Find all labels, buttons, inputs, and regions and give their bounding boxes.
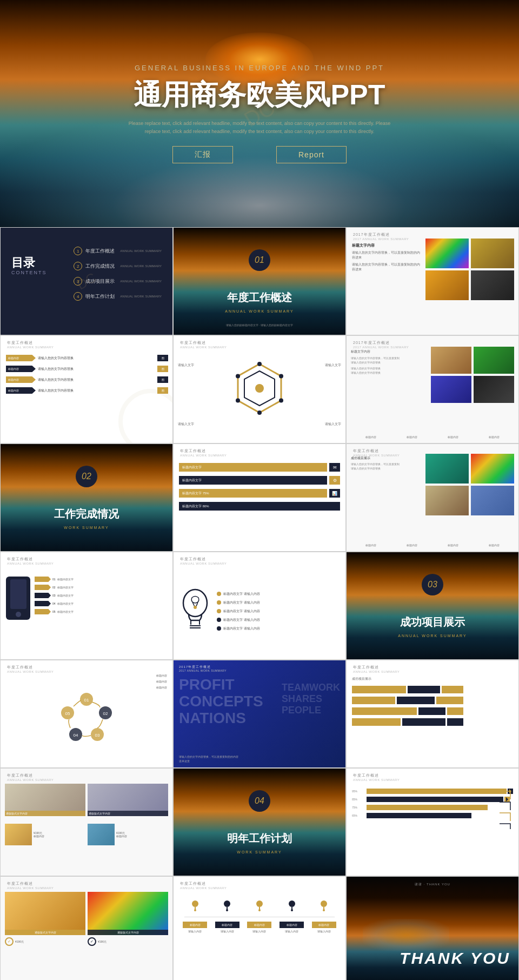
section-title-en-1: ANNUAL WORK SUMMARY xyxy=(225,309,294,313)
slide-label-18: 年度工作概述 xyxy=(353,773,379,778)
slide-label-20: 年度工作概述 xyxy=(180,881,206,886)
slide-plan-section: 04 明年工作计划 WORK SUMMARY xyxy=(173,768,346,876)
svg-point-14 xyxy=(194,606,197,609)
slide-bulb: 年度工作概述 ANNUAL WORK SUMMARY xyxy=(173,552,346,660)
slide-sublabel-8: ANNUAL WORK SUMMARY xyxy=(180,454,227,457)
svg-text:04: 04 xyxy=(74,733,78,738)
hero-slide: DC GENERAL BUSINESS IN EUROPE AND THE WI… xyxy=(0,0,519,227)
slide-label-16: 年度工作概述 xyxy=(7,773,33,778)
svg-point-25 xyxy=(194,909,196,911)
hexagon-svg xyxy=(232,361,287,415)
slide-label-3: 2017年度工作概述 xyxy=(353,232,390,237)
slide-product-photos: 年度工作概述 ANNUAL WORK SUMMARY 通版版式文字内容 通版版式… xyxy=(0,768,173,876)
slide-work-arrows: 年度工作概述 ANNUAL WORK SUMMARY 标题内容文字 ✉ 标题内容… xyxy=(173,443,346,552)
slide-label-10: 年度工作概述 xyxy=(7,557,33,562)
slides-grid: DC 目录 CONTENTS 1 年度工作概述 ANNUAL WORK SUMM… xyxy=(0,227,519,980)
slide-annual-section: 01 年度工作概述 ANNUAL WORK SUMMARY 请输入您的副标题内容… xyxy=(173,227,346,335)
slide-label-15: 年度工作概述 xyxy=(353,665,379,670)
slide-cycle: 年度工作概述 ANNUAL WORK SUMMARY 01 02 03 04 xyxy=(0,660,173,768)
slide-sublabel-10: ANNUAL WORK SUMMARY xyxy=(7,562,54,565)
contents-list: 1 年度工作概述 ANNUAL WORK SUMMARY 2 工作完成情况 AN… xyxy=(74,247,162,307)
slide-annual-overview: 年度工作概述 ANNUAL WORK SUMMARY 标题内容 请输入您的文字内… xyxy=(0,335,173,443)
cycle-svg: 01 02 03 04 05 xyxy=(54,688,119,748)
section-title-en-4: WORK SUMMARY xyxy=(237,850,282,854)
section-title-en-3: ANNUAL WORK SUMMARY xyxy=(398,634,467,638)
slide-work-photos: 年度工作概述 ANNUAL WORK SUMMARY 成功项目展示 请输入您的文… xyxy=(346,443,519,552)
slide-bar-charts: 年度工作概述 ANNUAL WORK SUMMARY 成功项目展示 xyxy=(346,660,519,768)
slide-label-6: 2017年度工作概述 xyxy=(353,340,390,346)
slide-label-9: 年度工作概述 xyxy=(353,448,379,454)
svg-point-27 xyxy=(258,909,261,911)
slide-progress: 年度工作概述 ANNUAL WORK SUMMARY 95% 85% xyxy=(346,768,519,876)
slide-work-section: 02 工作完成情况 WORK SUMMARY xyxy=(0,443,173,552)
contents-item-1: 1 年度工作概述 ANNUAL WORK SUMMARY xyxy=(74,247,162,255)
section-num-02: 02 xyxy=(76,466,97,487)
svg-text:05: 05 xyxy=(65,711,70,716)
svg-point-3 xyxy=(257,362,262,366)
slide-thank-you: 谢谢 · THANK YOU THANK YOU xyxy=(346,876,519,980)
slide-mobile: 年度工作概述 ANNUAL WORK SUMMARY 01 标题内容文字 02 … xyxy=(0,552,173,660)
slide-sublabel-6: 2017 ANNUAL WORK SUMMARY xyxy=(353,346,409,349)
section-title-en-2: WORK SUMMARY xyxy=(64,526,109,529)
section-title-cn-3: 成功项目展示 xyxy=(400,615,465,630)
slide-label-8: 年度工作概述 xyxy=(180,448,206,454)
slide-meeting: 2017年度工作概述 2017 ANNUAL WORK SUMMARY PROF… xyxy=(173,660,346,768)
slide-sublabel-4: ANNUAL WORK SUMMARY xyxy=(7,346,54,349)
hero-title: 通用商务欧美风PPT xyxy=(134,76,385,114)
svg-point-4 xyxy=(279,374,283,379)
photo-grid-1 xyxy=(425,239,514,300)
slide-hexagon: 年度工作概述 ANNUAL WORK SUMMARY 请输入文字 请输入文字 请… xyxy=(173,335,346,443)
slide-map-pins: 年度工作概述 ANNUAL WORK SUMMARY xyxy=(173,876,346,980)
slide-annual-photos-2: 2017年度工作概述 2017 ANNUAL WORK SUMMARY 标题文字… xyxy=(346,335,519,443)
contents-item-4: 4 明年工作计划 ANNUAL WORK SUMMARY xyxy=(74,292,162,301)
section-num-01: 01 xyxy=(249,249,270,271)
slide-sublabel-11: ANNUAL WORK SUMMARY xyxy=(180,562,227,565)
contents-title: 目录 xyxy=(11,255,35,271)
section-title-cn-1: 年度工作概述 xyxy=(227,290,292,305)
contents-item-2: 2 工作完成情况 ANNUAL WORK SUMMARY xyxy=(74,262,162,270)
slide-success-section: 03 成功项目展示 ANNUAL WORK SUMMARY xyxy=(346,552,519,660)
contents-subtitle: CONTENTS xyxy=(11,270,47,275)
svg-point-7 xyxy=(236,399,240,403)
svg-point-2 xyxy=(255,384,264,393)
svg-point-8 xyxy=(236,374,240,379)
btn-report[interactable]: 汇报 xyxy=(172,146,233,163)
svg-point-6 xyxy=(257,410,262,415)
svg-point-26 xyxy=(226,909,228,911)
slide-label-4: 年度工作概述 xyxy=(7,340,33,346)
slide-label-19: 年度工作概述 xyxy=(7,881,33,886)
section-num-03: 03 xyxy=(422,574,443,595)
hero-subtitle: GENERAL BUSINESS IN EUROPE AND THE WIND … xyxy=(135,64,384,72)
slide-contents: DC 目录 CONTENTS 1 年度工作概述 ANNUAL WORK SUMM… xyxy=(0,227,173,335)
slide-label-5: 年度工作概述 xyxy=(180,340,206,346)
thank-you-text: THANK YOU xyxy=(400,949,510,968)
hero-desc: Please replace text, click add relevant … xyxy=(124,120,395,135)
slide-label-11: 年度工作概述 xyxy=(180,557,206,562)
svg-text:02: 02 xyxy=(103,711,108,716)
svg-point-28 xyxy=(291,909,293,911)
hero-clouds xyxy=(0,119,519,227)
svg-text:01: 01 xyxy=(84,698,89,703)
svg-point-29 xyxy=(323,909,325,911)
svg-text:03: 03 xyxy=(95,733,100,738)
btn-report-en[interactable]: Report xyxy=(276,146,347,163)
svg-point-5 xyxy=(279,399,283,403)
slide-sublabel-13: ANNUAL WORK SUMMARY xyxy=(7,670,54,673)
slide-annual-photos-1: 2017年度工作概述 2017 ANNUAL WORK SUMMARY 标题文字… xyxy=(346,227,519,335)
slide-sublabel-5: ANNUAL WORK SUMMARY xyxy=(180,346,227,349)
slide-label-13: 年度工作概述 xyxy=(7,665,33,670)
section-title-cn-4: 明年工作计划 xyxy=(227,831,292,846)
hero-buttons: 汇报 Report xyxy=(172,146,347,163)
slide-people-photos: 年度工作概述 ANNUAL WORK SUMMARY 通版版式文字内容 通版版式… xyxy=(0,876,173,980)
slide-sublabel-3: 2017 ANNUAL WORK SUMMARY xyxy=(353,237,409,241)
bulb-svg xyxy=(179,587,211,635)
step-arrows-svg xyxy=(497,789,513,832)
section-title-cn-2: 工作完成情况 xyxy=(54,507,119,521)
contents-item-3: 3 成功项目展示 ANNUAL WORK SUMMARY xyxy=(74,277,162,286)
section-num-04: 04 xyxy=(249,790,270,812)
